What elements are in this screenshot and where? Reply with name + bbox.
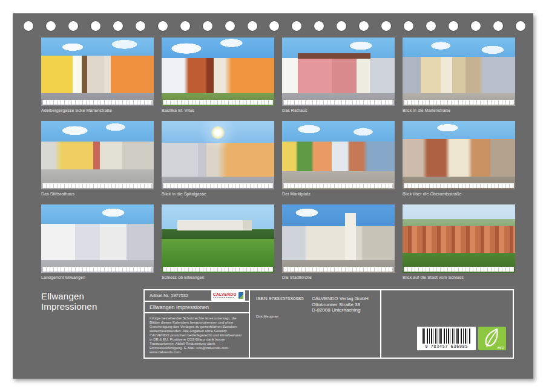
binding-hole [336,21,347,31]
photo-cell: Landgericht Ellwangen [41,204,154,280]
eco-badge: eco [478,327,506,350]
isbn: ISBN 9783457636985 [256,296,304,301]
publisher-line: D-82008 Unterhaching [312,307,369,313]
photo-cell: Blick auf die Stadt vom Schloss [403,204,515,280]
photo-thumbnail [282,38,395,106]
binding-hole [269,21,280,31]
photo-caption: Schloss ob Ellwangen [162,275,274,280]
info-box-middle: ISBN 9783457636985 CALVENDO Verlag GmbH … [250,290,381,358]
binding-hole [180,21,191,31]
photo-thumbnail [162,204,274,273]
photo-caption: Die Stadtkirche [282,275,395,280]
photo-cell: Das Rathaus [282,38,395,113]
photo-cell: Der Marktplatz [282,121,395,197]
calvendo-logo: CALVENDO [211,290,245,301]
photo-caption: Adelbergergasse Ecke Marienstraße [41,108,154,113]
binding-hole [90,21,101,31]
legal-text: Infolge bestehender Schutzrechte ist es … [145,313,249,358]
product-title: Ellwangen Impressionen [145,302,249,313]
photo-caption: Das Rathaus [282,108,395,113]
binding-hole [515,21,526,31]
photo-cell: Die Stadtkirche [282,204,395,280]
calendar-title: Ellwangen Impressionen [41,291,109,312]
photo-caption: Basilika St. Vitus [162,108,274,113]
calendar-back-cover: Adelbergergasse Ecke Marienstraße Basili… [0,0,546,392]
binding-hole [135,21,146,31]
binding-hole [23,21,34,31]
photo-cell: Das Stiftsrathaus [41,121,154,197]
photo-thumbnail [162,38,274,106]
photo-cell: Blick in die Spitalgasse [162,121,274,197]
info-box: Artikel-Nr. 1977532 CALVENDO Ellwangen I… [143,289,514,359]
info-box-right: 9 783457 636985 eco [381,290,513,358]
photo-cell: Blick in die Marienstraße [403,38,515,113]
binding-hole [225,21,235,31]
calendar-strip [163,267,273,272]
binding-hole [426,21,436,31]
photo-caption: Das Stiftsrathaus [41,191,154,197]
calendar-strip [283,100,393,105]
binding-hole [358,21,369,31]
author-name: Dirk Meutzner [256,315,278,318]
calendar-strip [404,183,514,188]
binding-hole [381,21,392,31]
barcode-bars [423,328,470,344]
photo-grid: Adelbergergasse Ecke Marienstraße Basili… [41,38,515,280]
photo-thumbnail [41,121,154,189]
photo-caption: Blick in die Spitalgasse [162,191,274,197]
calendar-strip [404,267,514,272]
photo-thumbnail [41,38,154,106]
calendar-strip [163,100,273,105]
binding-hole [314,21,324,31]
photo-caption: Blick auf die Stadt vom Schloss [403,275,515,280]
calendar-page: Adelbergergasse Ecke Marienstraße Basili… [13,13,533,379]
photo-caption: Blick in die Marienstraße [403,108,515,113]
photo-thumbnail [41,204,154,273]
photo-thumbnail [162,121,274,189]
binding-hole [45,21,56,31]
photo-cell: Schloss ob Ellwangen [162,204,274,280]
photo-cell: Basilika St. Vitus [162,38,274,113]
photo-thumbnail [403,38,515,106]
calvendo-logo-text: CALVENDO [213,293,237,296]
calvendo-logo-tagline [213,297,234,298]
binding-hole [202,21,213,31]
calendar-strip [404,100,514,105]
photo-caption: Landgericht Ellwangen [41,275,154,280]
photo-thumbnail [403,204,515,273]
calendar-strip [163,183,273,188]
photo-thumbnail [282,121,395,189]
binding-hole [403,21,414,31]
calendar-strip [283,267,393,272]
barcode: 9 783457 636985 [417,327,476,350]
binding-hole [247,21,258,31]
photo-caption: Blick über die Oberamtsstraße [403,191,515,197]
calendar-strip [283,183,393,188]
publisher-line: CALVENDO Verlag GmbH [312,296,369,302]
artikel-row: Artikel-Nr. 1977532 CALVENDO [145,290,249,302]
photo-thumbnail [403,121,515,189]
eco-label: eco [498,345,504,350]
calendar-strip [42,100,153,105]
binding-hole [470,21,481,31]
calendar-strip [42,183,153,188]
photo-cell: Adelbergergasse Ecke Marienstraße [41,38,154,113]
barcode-digits: 9 783457 636985 [417,344,476,349]
photo-caption: Der Marktplatz [282,191,395,197]
binding-hole [448,21,459,31]
calendar-strip [42,267,153,272]
binding-hole [157,21,168,31]
binding-hole [493,21,504,31]
binding-holes [23,21,526,31]
calvendo-logo-mark-icon [238,292,243,299]
binding-hole [68,21,79,31]
publisher-line: Ottobrunner Straße 39 [312,302,369,308]
info-box-left: Artikel-Nr. 1977532 CALVENDO Ellwangen I… [145,290,250,358]
photo-cell: Blick über die Oberamtsstraße [403,121,515,197]
binding-hole [113,21,123,31]
publisher-address: CALVENDO Verlag GmbH Ottobrunner Straße … [312,296,369,313]
artikel-nr: Artikel-Nr. 1977532 [150,293,188,298]
binding-hole [291,21,302,31]
photo-thumbnail [282,204,395,273]
